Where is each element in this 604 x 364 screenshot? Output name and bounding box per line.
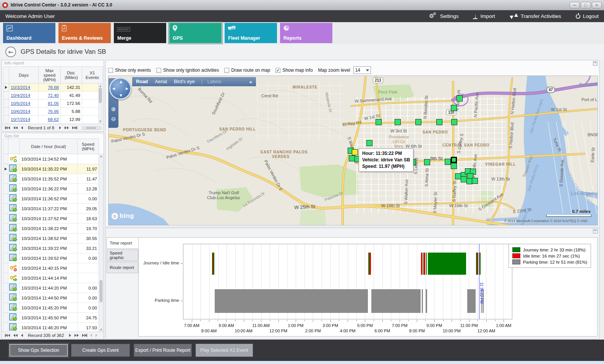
column-header[interactable]: Days (9, 67, 39, 84)
list-item[interactable]: 10/3/2014 11:44:50 PM0.00 (3, 293, 99, 303)
gps-marker[interactable] (455, 173, 461, 179)
gps-marker[interactable] (472, 178, 478, 184)
show-gps-selection-button[interactable]: Show Gps Selection (9, 344, 68, 357)
list-item[interactable]: 10/3/2014 11:46:20 PM17.93 (3, 323, 99, 332)
tab-gps[interactable]: GPS (169, 23, 222, 43)
zoom-out-icon[interactable]: ⊖ (110, 115, 117, 123)
list-item[interactable]: 10/3/2014 11:35:52 PM11.47 (3, 174, 99, 184)
days-cell[interactable]: 10/5/2014 (9, 100, 39, 108)
gps-marker[interactable] (461, 176, 467, 182)
pager-last-button[interactable] (82, 334, 87, 337)
pager-fast-prev-button[interactable] (13, 126, 18, 129)
column-header[interactable]: Dist. (Miles) (61, 67, 82, 84)
column-header[interactable]: Date / hour (local) (20, 139, 78, 154)
list-item[interactable]: 10/3/2014 11:38:52 PM30.55 (3, 234, 99, 243)
gps-marker[interactable] (366, 140, 372, 146)
list-item[interactable]: 10/3/2014 11:39:52 PM0.00 (3, 253, 99, 263)
table-row[interactable]: 10/5/201481.05172.56 (3, 100, 103, 108)
gps-marker[interactable] (451, 157, 457, 163)
gps-scrollbar[interactable]: ▲ ▼ (99, 154, 103, 332)
list-item[interactable]: 10/3/2014 11:37:52 PM18.63 (3, 214, 99, 224)
list-item[interactable]: 10/3/2014 11:44:14 PM (3, 273, 99, 283)
column-header[interactable]: Max speed (MPH) (39, 67, 61, 84)
tab-merge[interactable]: MERGEMerge (114, 23, 166, 43)
table-row[interactable]: 10/3/201478.68142.31 (3, 84, 103, 92)
map-panel-collapse-icon[interactable] (593, 61, 598, 66)
tab-dashboard[interactable]: Dashboard (3, 23, 55, 43)
max-speed-cell[interactable]: 76.95 (39, 108, 61, 116)
pager-hscrollbar[interactable] (82, 126, 102, 130)
list-item[interactable]: 10/3/2014 11:34:52 PM (3, 154, 99, 164)
list-item[interactable]: 10/3/2014 11:36:52 PM0.00 (3, 194, 99, 204)
gps-marker[interactable] (445, 159, 451, 165)
checkbox-show-map-info[interactable]: ✓Show map info (275, 68, 313, 73)
pager-next-button[interactable] (69, 334, 71, 337)
gps-marker[interactable] (376, 119, 382, 125)
table-row[interactable]: 10/7/201468.6212.99 (3, 116, 103, 124)
map-view-road[interactable]: Road (136, 79, 148, 84)
minimize-button[interactable]: — (570, 2, 580, 8)
tab-speed-graphic[interactable]: Speed graphic (107, 250, 138, 261)
tab-fleet-manager[interactable]: Fleet Manager (225, 23, 277, 43)
pager-fast-next-button[interactable] (64, 126, 69, 129)
table-row[interactable]: 10/6/201476.955.88 (3, 108, 103, 116)
map-view-aerial[interactable]: Aerial (155, 79, 167, 84)
pager-last-button[interactable] (72, 126, 77, 129)
map-zoom-level-select[interactable]: 14 (353, 66, 371, 74)
back-icon[interactable]: ← (5, 47, 16, 57)
tab-events-reviews[interactable]: Events & Reviews (58, 23, 111, 43)
info-scrollbar[interactable]: ▲ ▼ (98, 84, 102, 123)
pager-first-button[interactable] (5, 126, 10, 129)
checkbox-show-only-events[interactable]: Show only events (108, 68, 151, 73)
map-pan-compass[interactable]: ▲▼ ◀▶ (109, 77, 131, 100)
export-print-route-report-button[interactable]: Export / Print Route Report (134, 344, 192, 357)
pager-fast-prev-button[interactable] (13, 334, 18, 337)
settings-button[interactable]: ⚙⚙Settings (429, 13, 458, 19)
gps-marker[interactable] (395, 119, 401, 125)
days-cell[interactable]: 10/3/2014 (9, 84, 39, 92)
pager-prev-button[interactable] (21, 334, 23, 337)
days-cell[interactable]: 10/6/2014 (9, 108, 39, 116)
pager-prev-button[interactable] (21, 126, 23, 129)
column-header[interactable]: Speed (MPH) (78, 139, 99, 154)
gps-marker[interactable] (451, 105, 457, 111)
maximize-button[interactable]: ▢ (581, 2, 591, 8)
list-item[interactable]: 10/3/2014 11:45:20 PM0.00 (3, 303, 99, 313)
list-item[interactable]: 10/3/2014 11:44:20 PM0.00 (3, 283, 99, 293)
list-item[interactable]: 10/3/2014 11:45:50 PM24.75 (3, 313, 99, 323)
import-button[interactable]: ↓Import (473, 13, 495, 19)
gps-marker-current[interactable] (352, 149, 358, 155)
max-speed-cell[interactable]: 72.40 (39, 92, 61, 100)
gps-marker[interactable] (457, 95, 463, 101)
checkbox-draw-route-on-map[interactable]: Draw route on map (224, 68, 270, 73)
list-item[interactable]: 10/3/2014 11:35:22 PM11.97 (3, 164, 99, 174)
gps-marker[interactable] (451, 163, 457, 169)
map[interactable]: MiralesteMiraleste DrPeck ParkW Summerla… (108, 76, 598, 225)
gps-marker[interactable] (451, 119, 457, 125)
days-cell[interactable]: 10/7/2014 (9, 116, 39, 124)
logout-button[interactable]: Logout (576, 13, 599, 19)
zoom-in-icon[interactable]: ⊕ (110, 105, 117, 113)
create-gps-event-button[interactable]: Create Gps Event (71, 344, 130, 357)
map-toolbar-collapse-icon[interactable]: « (249, 79, 252, 85)
max-speed-cell[interactable]: 78.68 (39, 84, 61, 92)
list-item[interactable]: 10/3/2014 11:40:15 PM (3, 263, 99, 273)
pager-next-button[interactable] (59, 126, 61, 129)
checkbox-show-only-ignition-activities[interactable]: Show only ignition activities (156, 68, 219, 73)
list-item[interactable]: 10/3/2014 11:38:22 PM19.70 (3, 224, 99, 234)
chart-panel-collapse-icon[interactable] (593, 229, 598, 234)
list-item[interactable]: 10/3/2014 11:37:22 PM29.05 (3, 204, 99, 214)
max-speed-cell[interactable]: 68.62 (39, 116, 61, 124)
column-header[interactable]: X1 Events (82, 67, 103, 84)
gps-marker[interactable] (424, 159, 430, 165)
map-view-birdseye[interactable]: Bird's eye (174, 79, 195, 84)
pager-fast-next-button[interactable] (74, 334, 79, 337)
list-item[interactable]: 10/3/2014 11:39:22 PM33.21 (3, 243, 99, 253)
tab-reports[interactable]: Reports (280, 23, 332, 43)
gps-marker[interactable] (349, 155, 355, 161)
tab-time-report[interactable]: Time report (107, 237, 138, 249)
days-cell[interactable]: 10/4/2014 (9, 92, 39, 100)
pager-first-button[interactable] (5, 334, 10, 337)
max-speed-cell[interactable]: 81.05 (39, 100, 61, 108)
list-item[interactable]: 10/3/2014 11:36:22 PM13.28 (3, 184, 99, 194)
